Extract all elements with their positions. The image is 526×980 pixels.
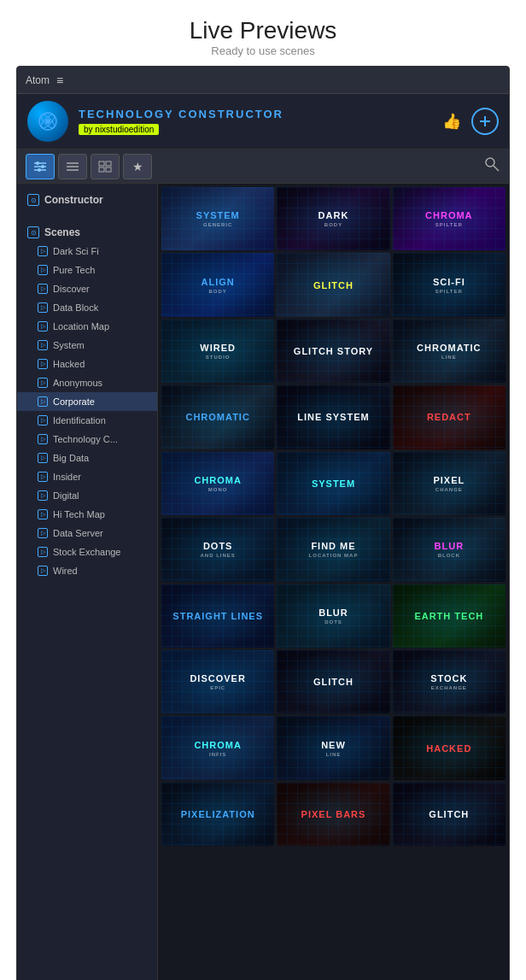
grid-item-8[interactable]: chromatic line: [393, 320, 506, 383]
grid-item-12[interactable]: CHROMA MONO: [161, 452, 274, 515]
grid-item-14[interactable]: PIXEL CHANGE: [393, 452, 506, 515]
sidebar-item-icon-wired: ▷: [38, 566, 48, 576]
sidebar-item-label-data-block: Data Block: [53, 302, 98, 313]
grid-item-label-23: STOCK EXCHANGE: [430, 673, 467, 690]
grid-item-18[interactable]: STRAIGHT LINES: [161, 584, 274, 648]
grid-item-label-5: SCI-FI SPILTER: [433, 277, 465, 294]
sidebar-item-icon-system: ▷: [38, 340, 48, 350]
sidebar-item-label-discover: Discover: [53, 284, 90, 294]
grid-item-11[interactable]: REDACT: [393, 385, 506, 449]
grid-item-1[interactable]: DARK BODY: [277, 187, 389, 250]
sidebar-item-digital[interactable]: ▷ Digital: [17, 486, 157, 505]
grid-item-20[interactable]: EARTH TECH: [393, 584, 506, 648]
sidebar-item-label-corporate: Corporate: [53, 396, 95, 407]
grid-item-label-16: FIND ME LOCATION MAP: [309, 541, 359, 558]
brand-author: by nixstudioedition: [79, 124, 159, 135]
grid-item-10[interactable]: LINE SYSTEM: [277, 385, 389, 449]
sidebar-item-icon-discover: ▷: [38, 284, 48, 294]
grid-item-19[interactable]: blur dots: [277, 584, 389, 648]
grid-area: SYSTEM GENERIC DARK BODY CHROMA SPILTER …: [158, 184, 509, 980]
sidebar-item-icon-dark-sci-fi: ▷: [38, 246, 48, 256]
app-name: Atom: [26, 74, 50, 86]
sidebar-item-wired[interactable]: ▷ Wired: [17, 561, 157, 580]
brand-expand-button[interactable]: [471, 108, 499, 135]
sidebar-item-dark-sci-fi[interactable]: ▷ Dark Sci Fi: [17, 242, 157, 261]
menu-icon[interactable]: ≡: [56, 73, 63, 87]
brand-name: TECHNOLOGY CONSTRUCTOR: [79, 108, 432, 120]
grid-item-27[interactable]: PIXELIZATION: [161, 783, 274, 846]
sidebar-item-data-server[interactable]: ▷ Data Server: [17, 524, 157, 543]
sidebar-item-pure-tech[interactable]: ▷ Pure Tech: [17, 261, 157, 279]
grid-item-17[interactable]: Blur block: [393, 518, 506, 581]
grid-item-label-24: CHROMA INFIS: [194, 740, 242, 757]
grid-item-9[interactable]: CHROMATIC: [161, 385, 274, 449]
grid-item-15[interactable]: DOTS AND LINES: [161, 518, 274, 581]
sidebar-constructor-section: ⊙ Constructor: [17, 184, 157, 216]
sidebar-item-corporate[interactable]: ▷ Corporate: [17, 392, 157, 411]
grid-item-7[interactable]: GLITCH STORY: [277, 320, 389, 383]
grid-item-29[interactable]: GLITCH: [393, 783, 506, 846]
sidebar-constructor-header[interactable]: ⊙ Constructor: [17, 191, 157, 209]
sidebar-item-big-data[interactable]: ▷ Big Data: [17, 449, 157, 467]
grid-item-label-22: glitch: [313, 677, 354, 687]
grid-item-22[interactable]: glitch: [277, 650, 389, 713]
sidebar-item-label-technology-c: Technology C...: [53, 434, 118, 444]
grid-item-label-8: chromatic line: [417, 343, 481, 360]
sidebar-item-hacked[interactable]: ▷ Hacked: [17, 355, 157, 373]
sidebar-item-icon-location-map: ▷: [38, 321, 48, 332]
grid-item-label-20: EARTH TECH: [414, 611, 483, 621]
grid-item-28[interactable]: PIXEL BARS: [277, 783, 389, 846]
brand-info: TECHNOLOGY CONSTRUCTOR by nixstudioediti…: [79, 108, 432, 136]
sidebar-item-identification[interactable]: ▷ Identification: [17, 411, 157, 430]
sidebar-item-data-block[interactable]: ▷ Data Block: [17, 298, 157, 317]
sidebar-item-icon-insider: ▷: [38, 472, 48, 482]
sidebar-item-discover[interactable]: ▷ Discover: [17, 279, 157, 298]
grid-item-label-0: SYSTEM GENERIC: [196, 210, 240, 227]
svg-rect-16: [106, 161, 111, 166]
tool-grid-button[interactable]: [91, 154, 120, 179]
grid-item-label-28: PIXEL BARS: [301, 809, 366, 819]
grid-item-24[interactable]: CHROMA INFIS: [161, 716, 274, 779]
top-bar: Atom ≡: [17, 67, 509, 94]
sidebar-item-system[interactable]: ▷ System: [17, 336, 157, 355]
sidebar-item-technology-c[interactable]: ▷ Technology C...: [17, 430, 157, 449]
sidebar-item-location-map[interactable]: ▷ Location Map: [17, 317, 157, 336]
grid-item-label-1: DARK BODY: [319, 210, 349, 227]
sidebar-item-icon-technology-c: ▷: [38, 434, 48, 444]
grid-item-6[interactable]: WIRED STUDIO: [161, 320, 274, 383]
grid-item-25[interactable]: New line: [277, 716, 389, 779]
sidebar-item-icon-hacked: ▷: [38, 359, 48, 369]
grid-item-0[interactable]: SYSTEM GENERIC: [161, 187, 274, 250]
app-window: Atom ≡ TECHNOLOGY CONSTRUCTOR by nixstud…: [16, 66, 510, 980]
search-button[interactable]: [483, 156, 500, 177]
grid-item-4[interactable]: GLITCH: [277, 253, 389, 316]
sidebar-item-anonymous[interactable]: ▷ Anonymous: [17, 373, 157, 392]
tool-sliders-button[interactable]: [26, 154, 55, 179]
grid-item-label-29: GLITCH: [429, 809, 469, 819]
grid-item-26[interactable]: HACKED: [393, 716, 506, 779]
sidebar-item-insider[interactable]: ▷ Insider: [17, 467, 157, 486]
sidebar-item-hi-tech-map[interactable]: ▷ Hi Tech Map: [17, 505, 157, 524]
grid-item-21[interactable]: discover epic: [161, 650, 274, 713]
grid-item-label-11: REDACT: [427, 412, 471, 422]
sidebar-scenes-header[interactable]: ⊙ Scenes: [17, 223, 157, 242]
sidebar-item-label-insider: Insider: [53, 472, 81, 482]
grid-item-5[interactable]: SCI-FI SPILTER: [393, 253, 506, 316]
brand-like-icon[interactable]: 👍: [442, 112, 461, 131]
grid-item-2[interactable]: CHROMA SPILTER: [393, 187, 506, 250]
grid-item-16[interactable]: FIND ME LOCATION MAP: [277, 518, 389, 581]
svg-rect-18: [106, 167, 111, 172]
tool-star-button[interactable]: ★: [123, 154, 152, 179]
page-header: Live Previews Ready to use scenes: [0, 0, 526, 66]
grid-item-label-14: PIXEL CHANGE: [433, 475, 465, 492]
brand-bar: TECHNOLOGY CONSTRUCTOR by nixstudioediti…: [17, 94, 509, 150]
grid-item-23[interactable]: STOCK EXCHANGE: [393, 650, 506, 713]
sidebar-item-stock-exchange[interactable]: ▷ Stock Exchange: [17, 543, 157, 561]
grid-item-3[interactable]: ALIGN BODY: [161, 253, 274, 316]
grid-item-label-25: New line: [321, 740, 346, 757]
sidebar-item-label-identification: Identification: [53, 415, 106, 425]
page-title: Live Previews: [0, 17, 526, 44]
tool-list-button[interactable]: [58, 154, 87, 179]
svg-point-19: [486, 158, 494, 167]
grid-item-13[interactable]: SYSTEM: [277, 452, 389, 515]
